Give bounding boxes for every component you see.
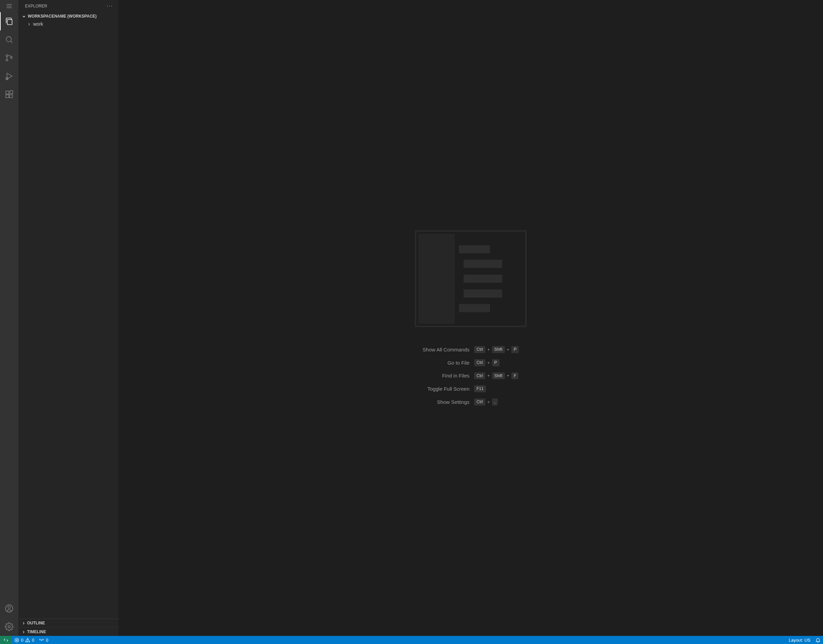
- shortcut-label: Go to File: [423, 360, 469, 366]
- shortcut-keys: Ctrl+Shift+P: [474, 346, 519, 353]
- status-errors-count: 0: [21, 638, 23, 642]
- keycap: F: [511, 373, 519, 379]
- status-problems[interactable]: 0 0: [12, 636, 37, 644]
- plus-separator: +: [487, 360, 490, 365]
- section-outline-label: OUTLINE: [27, 621, 45, 626]
- shortcut-label: Toggle Full Screen: [423, 386, 469, 392]
- activity-search[interactable]: [0, 31, 18, 49]
- sidebar-explorer: EXPLORER ··· WORKSPACENAME (WORKSPACE) w…: [18, 0, 118, 636]
- chevron-down-icon: [21, 14, 26, 19]
- plus-separator: +: [487, 399, 490, 405]
- keycap: F11: [474, 385, 486, 393]
- svg-line-5: [11, 41, 12, 43]
- keycap: Ctrl: [474, 359, 485, 366]
- keycap: Ctrl: [474, 346, 485, 353]
- svg-point-16: [8, 606, 11, 609]
- sidebar-title: EXPLORER: [25, 4, 47, 8]
- status-warnings-count: 0: [32, 638, 34, 642]
- section-timeline-label: TIMELINE: [27, 629, 46, 634]
- editor-area: Show All CommandsCtrl+Shift+PGo to FileC…: [118, 0, 823, 636]
- chevron-right-icon: [23, 620, 25, 626]
- shortcut-keys: F11: [474, 385, 519, 393]
- menu-icon[interactable]: [0, 0, 18, 12]
- shortcut-keys: Ctrl+P: [474, 359, 519, 366]
- keyboard-shortcuts-list: Show All CommandsCtrl+Shift+PGo to FileC…: [423, 346, 519, 406]
- plus-separator: +: [507, 347, 510, 352]
- shortcut-label: Show All Commands: [423, 347, 469, 353]
- svg-point-6: [6, 55, 8, 57]
- plus-separator: +: [507, 373, 510, 378]
- keycap: P: [511, 346, 519, 353]
- keycap: Shift: [492, 346, 505, 353]
- svg-rect-3: [8, 20, 12, 25]
- keycap: Ctrl: [474, 373, 485, 379]
- status-ports[interactable]: 0: [37, 636, 51, 644]
- status-ports-count: 0: [46, 638, 48, 642]
- workspace-label: WORKSPACENAME (WORKSPACE): [28, 14, 97, 18]
- plus-separator: +: [487, 373, 490, 378]
- keycap: Shift: [492, 373, 505, 379]
- activity-explorer[interactable]: [0, 12, 18, 31]
- activity-manage[interactable]: [0, 618, 18, 636]
- keycap: P: [492, 359, 499, 366]
- chevron-right-icon: [23, 629, 25, 635]
- plus-separator: +: [487, 347, 490, 352]
- section-timeline[interactable]: TIMELINE: [18, 627, 118, 636]
- folder-label: work: [33, 21, 43, 27]
- svg-point-22: [28, 641, 28, 641]
- shortcut-label: Find in Files: [423, 373, 469, 379]
- section-outline[interactable]: OUTLINE: [18, 619, 118, 627]
- remote-indicator[interactable]: [0, 636, 12, 644]
- activity-bar: [0, 0, 18, 636]
- svg-rect-12: [6, 95, 9, 98]
- keycap: ,: [492, 399, 498, 406]
- more-actions-icon[interactable]: ···: [105, 2, 114, 10]
- chevron-right-icon: [28, 21, 30, 27]
- shortcut-label: Show Settings: [423, 399, 469, 405]
- keycap: Ctrl: [474, 399, 485, 406]
- folder-item[interactable]: work: [18, 20, 118, 28]
- svg-rect-14: [10, 90, 13, 94]
- status-notifications[interactable]: [813, 636, 823, 644]
- shortcut-keys: Ctrl+Shift+F: [474, 373, 519, 379]
- svg-point-23: [41, 639, 42, 641]
- status-bar: 0 0 0 Layout: US: [0, 636, 823, 644]
- svg-point-17: [8, 626, 11, 628]
- shortcut-keys: Ctrl+,: [474, 399, 519, 406]
- activity-run-debug[interactable]: [0, 67, 18, 85]
- activity-accounts[interactable]: [0, 600, 18, 618]
- svg-point-4: [6, 37, 11, 41]
- activity-source-control[interactable]: [0, 49, 18, 67]
- status-layout-label: Layout: US: [789, 638, 811, 642]
- activity-extensions[interactable]: [0, 85, 18, 103]
- svg-rect-13: [9, 95, 12, 98]
- workspace-root[interactable]: WORKSPACENAME (WORKSPACE): [18, 12, 118, 20]
- welcome-watermark: Show All CommandsCtrl+Shift+PGo to FileC…: [415, 230, 527, 406]
- svg-rect-11: [6, 91, 9, 94]
- svg-point-7: [6, 59, 8, 61]
- placeholder-graphic: [415, 230, 527, 327]
- status-keyboard-layout[interactable]: Layout: US: [786, 636, 813, 644]
